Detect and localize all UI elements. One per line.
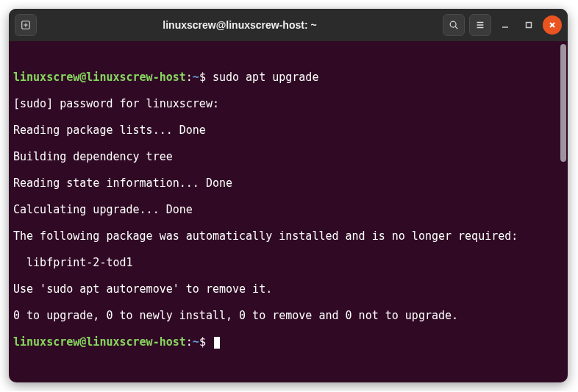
menu-button[interactable] [469, 14, 491, 36]
close-button[interactable] [543, 15, 562, 35]
output-line: libfprint-2-tod1 [13, 256, 563, 269]
output-line: The following package was automatically … [13, 229, 563, 243]
search-icon [449, 20, 459, 30]
output-line: Use 'sudo apt autoremove' to remove it. [13, 282, 563, 296]
titlebar: linuxscrew@linuxscrew-host: ~ [9, 9, 568, 41]
cursor [214, 337, 220, 349]
close-icon [548, 21, 557, 29]
window-title: linuxscrew@linuxscrew-host: ~ [41, 19, 438, 31]
output-line: Calculating upgrade... Done [13, 203, 563, 216]
titlebar-right [443, 14, 562, 36]
output-line: 0 to upgrade, 0 to newly install, 0 to r… [13, 309, 563, 322]
prompt-symbol: $ [199, 335, 206, 349]
minimize-icon [501, 21, 510, 29]
prompt-sep: : [186, 71, 193, 84]
output-line: Reading package lists... Done [13, 124, 563, 137]
prompt-symbol: $ [199, 71, 206, 84]
prompt-user: linuxscrew@linuxscrew-host [13, 71, 186, 84]
output-line: [sudo] password for linuxscrew: [13, 97, 563, 110]
output-line: Reading state information... Done [13, 177, 563, 190]
output-line: Building dependency tree [13, 150, 563, 163]
prompt-path: ~ [193, 335, 199, 349]
prompt-path: ~ [193, 71, 199, 84]
prompt-sep: : [186, 335, 193, 349]
maximize-icon [524, 21, 533, 29]
prompt-line-2: linuxscrew@linuxscrew-host:~$ [13, 335, 563, 349]
new-tab-icon [21, 20, 31, 30]
svg-point-3 [450, 21, 456, 27]
scrollbar[interactable] [560, 44, 566, 162]
hamburger-icon [475, 20, 485, 30]
maximize-button[interactable] [519, 15, 538, 35]
svg-line-4 [455, 26, 457, 29]
terminal-window: linuxscrew@linuxscrew-host: ~ [9, 9, 568, 382]
svg-rect-9 [527, 23, 532, 28]
prompt-line-1: linuxscrew@linuxscrew-host:~$ sudo apt u… [13, 71, 563, 84]
terminal-body[interactable]: linuxscrew@linuxscrew-host:~$ sudo apt u… [9, 41, 568, 382]
new-tab-button[interactable] [15, 14, 37, 36]
command-text: sudo apt upgrade [213, 71, 319, 84]
prompt-user: linuxscrew@linuxscrew-host [13, 335, 186, 349]
minimize-button[interactable] [496, 15, 515, 35]
search-button[interactable] [443, 14, 465, 36]
